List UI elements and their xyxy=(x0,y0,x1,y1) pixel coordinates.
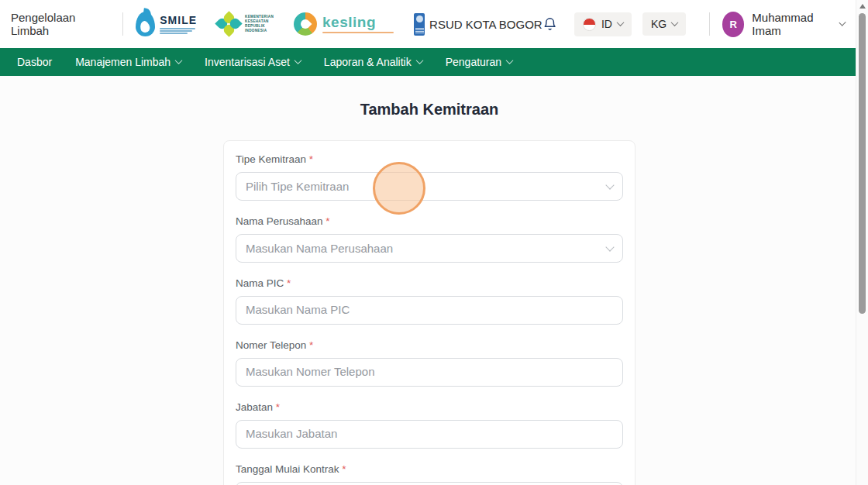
app-title: Pengelolaan Limbah xyxy=(11,11,110,37)
required-asterisk: * xyxy=(309,153,313,165)
required-asterisk: * xyxy=(287,277,291,289)
field-tanggal-mulai-kontrak: Tanggal Mulai Kontrak * xyxy=(236,463,623,485)
jabatan-input[interactable] xyxy=(236,420,623,449)
language-code: ID xyxy=(601,18,612,30)
smile-drop-icon xyxy=(136,12,155,36)
chevron-down-icon xyxy=(294,57,301,64)
kemenkes-logo-text: KEMENTERIAN KESEHATAN REPUBLIK INDONESIA xyxy=(245,15,274,33)
chevron-down-icon xyxy=(506,57,514,64)
unit-selector[interactable]: KG xyxy=(642,12,686,36)
field-nama-perusahaan: Nama Perusahaan * Masukan Nama Perusahaa… xyxy=(236,215,623,263)
field-label: Nama Perusahaan xyxy=(236,215,323,227)
field-tipe-kemitraan: Tipe Kemitraan * Pilih Tipe Kemitraan xyxy=(236,153,623,201)
nav-item-manajemen-limbah[interactable]: Manajemen Limbah xyxy=(75,56,181,68)
page-title: Tambah Kemitraan xyxy=(223,101,636,119)
chevron-down-icon xyxy=(605,181,614,189)
field-label: Nama PIC xyxy=(236,277,284,289)
chevron-down-icon xyxy=(616,19,624,26)
kesling-logo: kesling xyxy=(294,12,394,36)
nama-pic-input[interactable] xyxy=(236,296,623,325)
top-header: Pengelolaan Limbah SMILE KEMENTERIAN KES… xyxy=(0,0,868,48)
avatar: R xyxy=(722,12,744,37)
required-asterisk: * xyxy=(276,401,280,413)
required-asterisk: * xyxy=(309,339,313,351)
field-jabatan: Jabatan * xyxy=(236,401,623,449)
page-scrollbar[interactable] xyxy=(856,0,868,485)
notification-bell-icon[interactable] xyxy=(542,15,557,33)
nav-item-inventarisasi-aset[interactable]: Inventarisasi Aset xyxy=(205,56,301,68)
field-label: Tanggal Mulai Kontrak xyxy=(236,463,339,475)
indonesia-flag-icon xyxy=(583,18,596,31)
kemenkes-icon xyxy=(217,12,240,36)
user-menu[interactable]: R Muhammad Imam xyxy=(722,11,845,37)
nav-item-laporan-analitik[interactable]: Laporan & Analitik xyxy=(324,56,422,68)
tanggal-mulai-kontrak-datepicker[interactable] xyxy=(236,482,623,485)
kemenkes-logo: KEMENTERIAN KESEHATAN REPUBLIK INDONESIA xyxy=(217,12,274,36)
chevron-down-icon xyxy=(605,242,614,251)
undp-logo xyxy=(414,13,425,36)
field-label: Nomer Telepon xyxy=(236,339,306,351)
nav-item-pengaturan[interactable]: Pengaturan xyxy=(446,56,512,68)
nomer-telepon-input[interactable] xyxy=(236,358,623,387)
main-navbar: Dasbor Manajemen Limbah Inventarisasi As… xyxy=(0,48,868,76)
field-label: Tipe Kemitraan xyxy=(236,153,306,165)
header-divider xyxy=(122,12,123,36)
field-nomer-telepon: Nomer Telepon * xyxy=(236,339,623,387)
header-divider xyxy=(709,12,710,36)
chevron-down-icon xyxy=(671,19,679,26)
field-nama-pic: Nama PIC * xyxy=(236,277,623,325)
kesling-icon xyxy=(294,12,317,36)
kesling-logo-subtitle xyxy=(322,32,394,33)
kemitraan-form-card: Tipe Kemitraan * Pilih Tipe Kemitraan Na… xyxy=(223,140,636,485)
chevron-down-icon xyxy=(175,57,183,64)
nama-perusahaan-select[interactable]: Masukan Nama Perusahaan xyxy=(236,234,623,263)
chevron-down-icon xyxy=(839,19,846,26)
required-asterisk: * xyxy=(326,215,329,227)
scrollbar-up-arrow-icon[interactable] xyxy=(859,4,866,9)
required-asterisk: * xyxy=(342,463,346,475)
nav-item-dasbor[interactable]: Dasbor xyxy=(17,56,52,68)
smile-logo-label: SMILE xyxy=(160,14,197,26)
main-content: Tambah Kemitraan Tipe Kemitraan * Pilih … xyxy=(223,101,636,485)
tipe-kemitraan-select[interactable]: Pilih Tipe Kemitraan xyxy=(236,172,623,201)
kesling-logo-label: kesling xyxy=(322,14,376,30)
field-label: Jabatan xyxy=(236,401,273,413)
facility-name: RSUD KOTA BOGOR xyxy=(429,18,542,31)
unit-code: KG xyxy=(651,18,666,30)
language-selector[interactable]: ID xyxy=(574,12,632,36)
smile-logo-subtitle xyxy=(160,28,197,35)
smile-logo: SMILE xyxy=(136,12,197,36)
scrollbar-thumb[interactable] xyxy=(859,13,866,314)
user-name: Muhammad Imam xyxy=(752,11,832,37)
chevron-down-icon xyxy=(415,57,423,64)
